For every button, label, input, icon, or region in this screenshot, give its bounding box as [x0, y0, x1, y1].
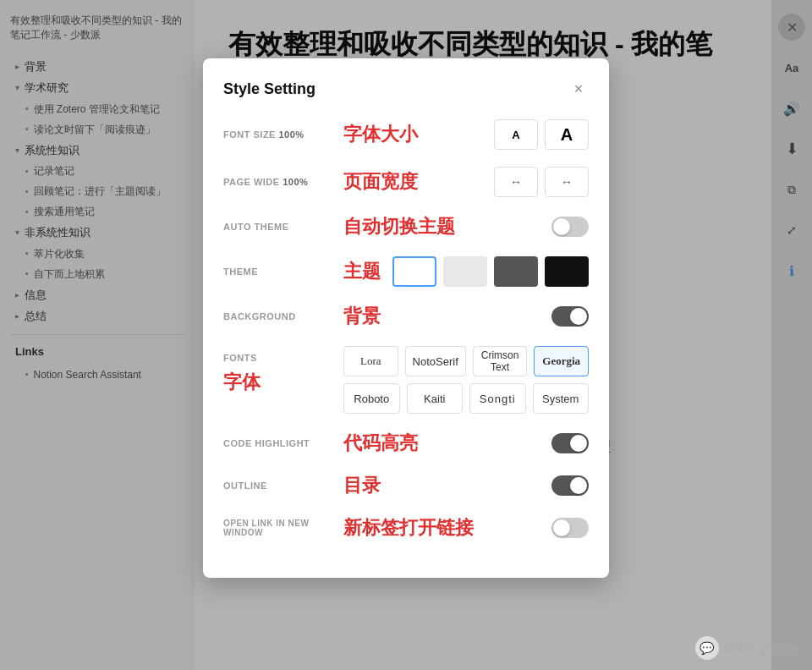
fonts-label-cn: 字体: [223, 366, 333, 395]
font-size-controls: A A: [494, 119, 589, 150]
auto-theme-toggle[interactable]: [551, 217, 589, 237]
page-wide-wide-button[interactable]: ↔: [545, 167, 589, 197]
toggle-knob: [570, 308, 587, 325]
open-link-row: OPEN LINK IN NEW WINDOW 新标签打开链接: [223, 515, 589, 541]
toggle-knob: [570, 435, 587, 452]
page-wide-row: PAGE WIDE 100% 页面宽度 ↔ ↔: [223, 167, 589, 197]
background-toggle[interactable]: [551, 306, 589, 327]
fonts-grid-row2: Roboto Kaiti Songti System: [343, 383, 589, 414]
modal-backdrop[interactable]: Style Setting × FONT SIZE 100% 字体大小 A A …: [0, 0, 812, 670]
theme-white-button[interactable]: [392, 256, 436, 287]
auto-theme-row: AUTO THEME 自动切换主题: [223, 214, 589, 239]
background-label-en: BACKGROUND: [223, 311, 333, 321]
watermark-icon: 💬: [695, 636, 719, 660]
fonts-row: FONTS 字体 Lora NotoSerif Crimson Text Geo…: [223, 346, 589, 414]
open-link-label-en: OPEN LINK IN NEW WINDOW: [223, 519, 333, 537]
fonts-grid-row1: Lora NotoSerif Crimson Text Georgia: [343, 346, 589, 376]
style-setting-modal: Style Setting × FONT SIZE 100% 字体大小 A A …: [203, 58, 609, 578]
font-roboto-button[interactable]: Roboto: [343, 383, 400, 414]
theme-label-cn: 主题: [343, 259, 382, 284]
theme-black-button[interactable]: [545, 256, 589, 287]
theme-label-en: THEME: [223, 266, 333, 277]
code-highlight-label-en: CODE HIGHLIGHT: [223, 438, 333, 448]
fonts-label-en: FONTS: [223, 346, 333, 363]
app-container: 有效整理和吸收不同类型的知识 - 我的笔记工作流 - 少数派 ▸ 背景 ▾ 学术…: [0, 0, 812, 670]
font-georgia-button[interactable]: Georgia: [534, 346, 589, 376]
font-notoserif-button[interactable]: NotoSerif: [405, 346, 466, 376]
modal-close-button[interactable]: ×: [568, 79, 589, 99]
font-lora-button[interactable]: Lora: [343, 346, 398, 376]
font-crimsontext-button[interactable]: Crimson Text: [473, 346, 528, 376]
font-size-increase-button[interactable]: A: [545, 119, 589, 150]
theme-options: [392, 256, 589, 287]
open-link-toggle[interactable]: [551, 518, 589, 538]
page-wide-narrow-button[interactable]: ↔: [494, 167, 538, 197]
page-wide-label-en: PAGE WIDE 100%: [223, 177, 333, 187]
font-songti-button[interactable]: Songti: [469, 383, 526, 414]
outline-label-en: OUTLINE: [223, 481, 333, 491]
open-link-label-cn: 新标签打开链接: [343, 515, 541, 541]
font-size-label-cn: 字体大小: [343, 122, 484, 147]
outline-toggle[interactable]: [551, 475, 589, 496]
theme-light-gray-button[interactable]: [443, 256, 487, 287]
code-highlight-toggle[interactable]: [551, 433, 589, 453]
font-size-decrease-button[interactable]: A: [494, 119, 538, 150]
page-wide-label-cn: 页面宽度: [343, 169, 484, 195]
theme-row: THEME 主题: [223, 256, 589, 287]
modal-title: Style Setting: [223, 80, 315, 98]
watermark: 💬 微信号: go2think: [695, 636, 798, 660]
outline-label-cn: 目录: [343, 473, 541, 498]
page-wide-controls: ↔ ↔: [494, 167, 589, 197]
auto-theme-label-en: AUTO THEME: [223, 222, 333, 232]
font-kaiti-button[interactable]: Kaiti: [407, 383, 464, 414]
code-highlight-row: CODE HIGHLIGHT 代码高亮: [223, 431, 589, 456]
font-size-label-en: FONT SIZE 100%: [223, 129, 333, 140]
outline-row: OUTLINE 目录: [223, 473, 589, 498]
font-system-button[interactable]: System: [533, 383, 590, 414]
toggle-knob: [553, 519, 570, 536]
toggle-knob: [553, 218, 570, 235]
code-highlight-label-cn: 代码高亮: [343, 431, 541, 456]
watermark-text: 微信号: go2think: [724, 641, 798, 656]
theme-dark-gray-button[interactable]: [494, 256, 538, 287]
font-size-row: FONT SIZE 100% 字体大小 A A: [223, 119, 589, 150]
toggle-knob: [570, 477, 587, 494]
background-label-cn: 背景: [343, 304, 541, 329]
auto-theme-label-cn: 自动切换主题: [343, 214, 541, 239]
modal-header: Style Setting ×: [223, 79, 589, 99]
background-row: BACKGROUND 背景: [223, 304, 589, 329]
